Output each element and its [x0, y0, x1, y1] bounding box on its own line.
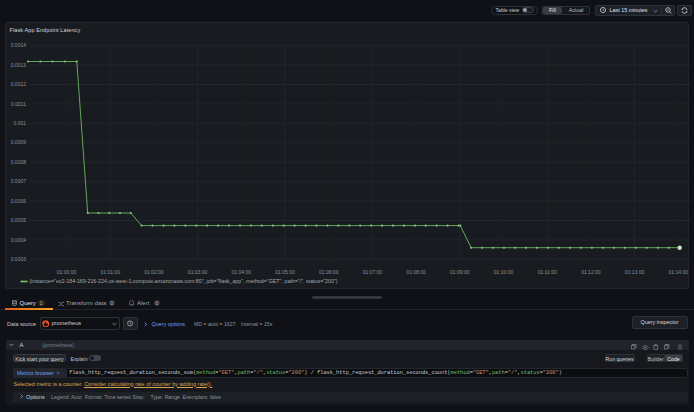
- svg-text:01:05:00: 01:05:00: [275, 269, 295, 275]
- svg-text:01:06:00: 01:06:00: [319, 269, 339, 275]
- svg-text:0.0011: 0.0011: [11, 101, 26, 107]
- svg-text:0.0004: 0.0004: [11, 237, 27, 243]
- svg-text:0.0006: 0.0006: [11, 198, 27, 204]
- svg-text:01:08:00: 01:08:00: [406, 269, 426, 275]
- svg-text:01:14:00: 01:14:00: [669, 269, 689, 275]
- svg-text:01:03:00: 01:03:00: [188, 269, 208, 275]
- svg-text:0.0014: 0.0014: [11, 42, 27, 48]
- svg-text:01:01:00: 01:01:00: [100, 269, 120, 275]
- svg-text:01:10:00: 01:10:00: [494, 269, 514, 275]
- svg-text:0.0008: 0.0008: [11, 159, 27, 165]
- svg-text:01:13:00: 01:13:00: [625, 269, 645, 275]
- svg-text:0.0003: 0.0003: [11, 256, 27, 262]
- svg-text:01:11:00: 01:11:00: [538, 269, 557, 275]
- svg-text:0.0007: 0.0007: [11, 178, 27, 184]
- svg-text:0.0005: 0.0005: [11, 217, 27, 223]
- svg-text:0.0012: 0.0012: [11, 81, 27, 87]
- svg-text:01:00:00: 01:00:00: [57, 269, 77, 275]
- svg-text:0.0009: 0.0009: [11, 139, 27, 145]
- svg-text:01:04:00: 01:04:00: [232, 269, 252, 275]
- svg-text:01:12:00: 01:12:00: [581, 269, 601, 275]
- svg-text:01:07:00: 01:07:00: [363, 269, 383, 275]
- svg-text:01:09:00: 01:09:00: [450, 269, 470, 275]
- svg-text:0.001: 0.001: [13, 120, 26, 126]
- svg-text:{instance="ec2-184-169-216-224: {instance="ec2-184-169-216-224.us-west-1…: [30, 278, 338, 284]
- svg-text:01:02:00: 01:02:00: [144, 269, 164, 275]
- svg-text:0.0013: 0.0013: [11, 62, 27, 68]
